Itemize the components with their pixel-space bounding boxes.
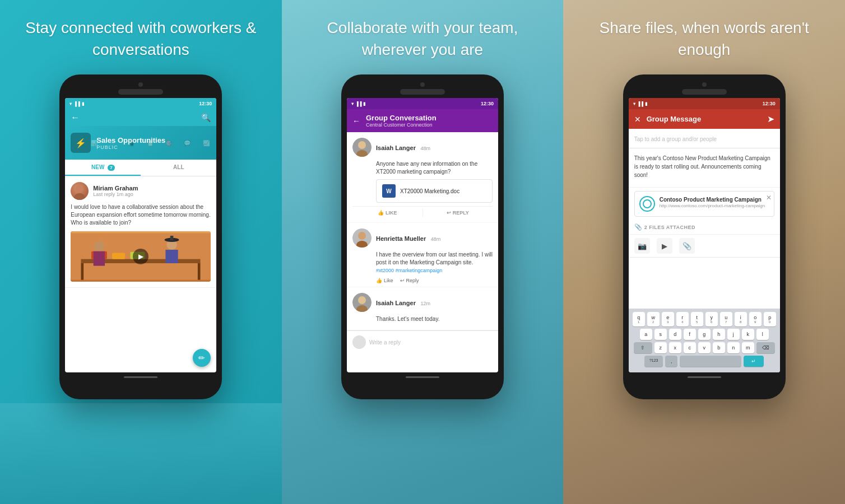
key-h[interactable]: h bbox=[713, 329, 725, 340]
svg-point-24 bbox=[352, 335, 366, 349]
home-bar-2 bbox=[406, 376, 439, 378]
key-u[interactable]: u7 bbox=[720, 312, 732, 326]
key-s[interactable]: s bbox=[654, 329, 667, 340]
key-w[interactable]: w2 bbox=[647, 312, 660, 326]
key-f[interactable]: f bbox=[684, 329, 696, 340]
key-q[interactable]: q1 bbox=[633, 312, 645, 326]
message-body[interactable]: This year's Contoso New Product Marketin… bbox=[629, 148, 780, 188]
conv-message-3: Isaiah Langer 12m Thanks. Let's meet tod… bbox=[347, 287, 498, 330]
hashtag-xt2000[interactable]: #xt2000 bbox=[376, 268, 394, 273]
key-g[interactable]: g bbox=[698, 329, 711, 340]
feed-time: Last reply 1m ago bbox=[93, 192, 138, 197]
key-i[interactable]: i8 bbox=[735, 312, 747, 326]
fab-compose-button[interactable]: ✏ bbox=[193, 349, 211, 367]
files-section: 📎 2 FILES ATTACHED bbox=[629, 220, 780, 235]
key-shift[interactable]: ⇧ bbox=[634, 342, 652, 353]
send-button[interactable]: ➤ bbox=[767, 114, 774, 124]
battery-icon: ▮ bbox=[82, 101, 84, 106]
panel-2-heading: Collaborate with your team, wherever you… bbox=[282, 17, 564, 60]
key-backspace[interactable]: ⌫ bbox=[756, 342, 775, 353]
svg-rect-4 bbox=[81, 263, 84, 280]
recipients-field[interactable]: Tap to add a group and/or people bbox=[629, 129, 780, 148]
background-water bbox=[0, 403, 282, 504]
key-k[interactable]: k bbox=[742, 329, 754, 340]
conversation-title-area: Group Conversation Central Customer Conn… bbox=[366, 114, 437, 128]
phone-1-camera bbox=[138, 82, 143, 87]
close-preview-button[interactable]: ✕ bbox=[766, 194, 772, 202]
phone-3-screen: ▾ ▐▐ ▮ 12:30 ✕ Group Message ➤ Tap to ad… bbox=[629, 98, 780, 372]
phone-2-navbar: ← Group Conversation Central Customer Co… bbox=[347, 109, 498, 132]
key-v[interactable]: v bbox=[698, 342, 711, 353]
conv-user-info-2: Henrietta Mueller 48m bbox=[376, 233, 440, 243]
key-b[interactable]: b bbox=[713, 342, 725, 353]
screen-title: Group Message bbox=[647, 115, 762, 123]
conv-header-3: Isaiah Langer 12m bbox=[352, 293, 493, 312]
phone-2-screen: ▾ ▐▐ ▮ 12:30 ← Group Conversation Centra… bbox=[347, 98, 498, 372]
link-info: Contoso Product Marketing Campaign http:… bbox=[660, 196, 765, 208]
svg-point-9 bbox=[94, 241, 105, 252]
key-r[interactable]: r4 bbox=[676, 312, 689, 326]
feed-tabs: NEW 7 ALL bbox=[65, 160, 216, 176]
key-d[interactable]: d bbox=[669, 329, 681, 340]
phone-2-frame: ▾ ▐▐ ▮ 12:30 ← Group Conversation Centra… bbox=[341, 74, 504, 399]
key-m[interactable]: m bbox=[742, 342, 754, 353]
back-button-2[interactable]: ← bbox=[352, 116, 360, 125]
hashtag-marketing[interactable]: #marketingcampaign bbox=[396, 268, 443, 273]
panel-2: Collaborate with your team, wherever you… bbox=[282, 0, 564, 504]
recipients-placeholder: Tap to add a group and/or people bbox=[634, 136, 717, 142]
key-o[interactable]: o9 bbox=[749, 312, 762, 326]
key-x[interactable]: x bbox=[669, 342, 681, 353]
back-button[interactable]: ← bbox=[71, 113, 80, 123]
link-title: Contoso Product Marketing Campaign bbox=[660, 196, 765, 203]
conv-time-1: 48m bbox=[420, 146, 430, 151]
key-e[interactable]: e3 bbox=[662, 312, 674, 326]
conv-header-1: Isaiah Langer 48m bbox=[352, 138, 493, 157]
key-z[interactable]: z bbox=[654, 342, 667, 353]
key-n[interactable]: n bbox=[727, 342, 740, 353]
conv-text-3: Thanks. Let's meet today. bbox=[376, 315, 493, 323]
phone-1-notch bbox=[118, 89, 163, 95]
file-attachment[interactable]: W XT20000 Marketing.doc bbox=[376, 179, 493, 203]
tab-all[interactable]: ALL bbox=[141, 160, 216, 176]
key-return[interactable]: ↵ bbox=[744, 356, 764, 367]
key-t[interactable]: t5 bbox=[691, 312, 703, 326]
attach-button[interactable]: 📎 bbox=[679, 238, 695, 254]
key-j[interactable]: j bbox=[727, 329, 740, 340]
status-time: 12:30 bbox=[199, 101, 212, 106]
inline-actions: 👍 Like ↩ Reply bbox=[376, 278, 493, 283]
reply-inline[interactable]: ↩ Reply bbox=[400, 278, 419, 283]
key-numeric[interactable]: ?123 bbox=[644, 356, 663, 367]
link-logo-inner bbox=[643, 199, 652, 208]
wifi-icon-3: ▾ bbox=[633, 101, 635, 106]
key-l[interactable]: l bbox=[756, 329, 769, 340]
camera-button[interactable]: 📷 bbox=[634, 238, 650, 254]
key-y[interactable]: y6 bbox=[705, 312, 718, 326]
home-bar bbox=[124, 376, 157, 378]
key-comma[interactable]: , bbox=[665, 356, 677, 367]
conversation-sub-title: Central Customer Connection bbox=[366, 122, 437, 128]
conversation-main-title: Group Conversation bbox=[366, 114, 437, 122]
key-p[interactable]: p0 bbox=[764, 312, 776, 326]
video-button[interactable]: ▶ bbox=[657, 238, 672, 254]
reply-placeholder[interactable]: Write a reply bbox=[369, 339, 493, 346]
like-button-big[interactable]: 👍 LIKE bbox=[352, 207, 422, 219]
search-icon[interactable]: 🔍 bbox=[201, 113, 211, 122]
close-button[interactable]: ✕ bbox=[634, 115, 641, 124]
key-c[interactable]: c bbox=[684, 342, 696, 353]
reply-input-area[interactable]: Write a reply bbox=[347, 330, 498, 353]
key-a[interactable]: a bbox=[640, 329, 652, 340]
key-row-3: ⇧ z x c v b n m ⌫ bbox=[631, 342, 778, 353]
feed-item: Miriam Graham Last reply 1m ago I would … bbox=[65, 176, 216, 288]
tab-new[interactable]: NEW 7 bbox=[65, 160, 141, 176]
reply-avatar bbox=[352, 335, 366, 349]
feed-header: Miriam Graham Last reply 1m ago bbox=[71, 182, 211, 200]
conv-text-2: I have the overview from our last meetin… bbox=[376, 251, 493, 274]
feed-user-name: Miriam Graham bbox=[93, 185, 138, 192]
panel-3: Share files, when words aren't enough ▾ … bbox=[563, 0, 845, 504]
bg-icon: 📈 bbox=[198, 128, 214, 157]
phone-3-home bbox=[629, 372, 780, 381]
status-time-3: 12:30 bbox=[763, 101, 776, 106]
like-inline[interactable]: 👍 Like bbox=[376, 278, 393, 283]
key-space[interactable] bbox=[680, 356, 741, 367]
reply-button-big[interactable]: ↩ REPLY bbox=[423, 207, 493, 219]
